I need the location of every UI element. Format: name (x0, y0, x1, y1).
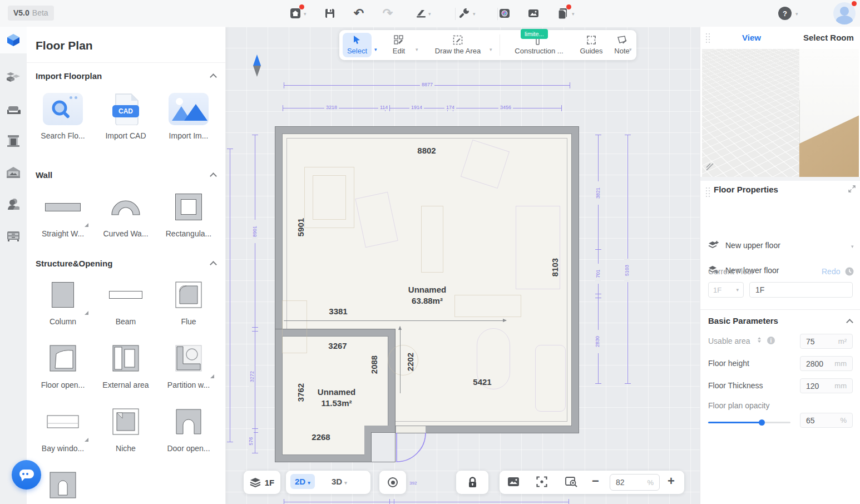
draw-area-caret-icon[interactable]: ▾ (490, 47, 492, 52)
floor-height-field[interactable]: 2800 mm (800, 356, 853, 371)
visibility-toggle[interactable] (379, 471, 406, 494)
rail-tiling-button[interactable] (0, 65, 27, 91)
door-opening[interactable] (396, 426, 426, 433)
small-room-step-cut (364, 426, 395, 462)
tab-view[interactable]: View (742, 33, 761, 42)
note-caret-icon[interactable]: ▾ (629, 47, 632, 52)
sort-toggle-icon[interactable] (758, 337, 761, 343)
rail-furniture-button[interactable] (0, 97, 27, 124)
rail-people-button[interactable] (0, 191, 27, 218)
edit-caret-icon[interactable]: ▾ (416, 47, 418, 52)
mode-2d-button[interactable]: 2D ▾ (290, 474, 315, 489)
help-button[interactable]: ? (778, 6, 792, 21)
rail-storage-button[interactable] (0, 223, 27, 249)
item-niche[interactable]: Niche (97, 404, 155, 453)
door-opening-icon (175, 408, 202, 435)
rail-hard-decoration-button[interactable] (0, 159, 27, 186)
item-beam[interactable]: Beam (97, 277, 155, 326)
tools-caret-icon[interactable]: ▾ (473, 11, 476, 17)
home-button[interactable] (288, 6, 303, 21)
documents-caret-icon[interactable]: ▾ (572, 11, 575, 17)
item-rectangular-wall[interactable]: Rectangula... (160, 189, 218, 238)
room-label-small[interactable]: Unnamed 11.53m² (292, 387, 381, 408)
dim-inner-width: 3381 (313, 307, 363, 316)
opacity-field[interactable]: 65 % (800, 413, 853, 428)
guides-tool[interactable]: Guides (574, 33, 609, 55)
home-caret-icon[interactable]: ▾ (304, 11, 307, 17)
expand-panel-icon[interactable] (848, 185, 856, 192)
info-icon[interactable]: i (767, 337, 775, 344)
render-gallery-button[interactable] (526, 6, 541, 21)
item-column[interactable]: Column (34, 277, 92, 326)
select-tool[interactable]: Select (343, 33, 372, 57)
item-floor-opening[interactable]: Floor open... (34, 340, 92, 389)
zoom-region-button[interactable] (565, 476, 577, 490)
tab-select-room[interactable]: Select Room (803, 33, 854, 42)
history-clock-icon[interactable] (845, 267, 854, 276)
floorplan-app: { "version": { "v": "V5.0", "beta": "Bet… (0, 0, 860, 504)
floorplan-canvas[interactable]: 8877 3218 114 1914 174 3456 8901 3272 57… (225, 27, 700, 504)
item-external-area[interactable]: External area (97, 340, 155, 389)
undo-button[interactable]: ↶ (352, 6, 366, 21)
room-label-main[interactable]: Unnamed 63.88m² (380, 284, 475, 306)
documents-button[interactable] (555, 6, 570, 21)
3d-preview[interactable] (702, 49, 859, 177)
collapse-icon-import[interactable] (210, 73, 217, 81)
item-import-cad[interactable]: CAD Import CAD (97, 91, 155, 140)
opacity-slider[interactable] (708, 419, 790, 426)
draw-area-tool[interactable]: Draw the Area (427, 33, 488, 55)
floor-switcher[interactable]: 1F (244, 471, 280, 494)
collapse-icon-structure[interactable] (210, 261, 217, 268)
import-image-icon (169, 93, 209, 125)
dim-main-left: 5901 (296, 211, 305, 244)
floor-name-input[interactable] (749, 282, 853, 298)
item-bay-window[interactable]: Bay windo... (34, 404, 92, 453)
left-icon-rail (0, 27, 27, 504)
rail-doors-windows-button[interactable] (0, 127, 27, 154)
collapse-icon-wall[interactable] (210, 172, 217, 180)
collapse-icon-basic-params[interactable] (846, 319, 853, 326)
item-partial-next[interactable] (34, 467, 92, 503)
tools-button[interactable] (457, 6, 472, 21)
chat-support-button[interactable] (12, 460, 41, 490)
floor-thickness-field[interactable]: 120 mm (800, 378, 853, 393)
zoom-out-button[interactable]: − (592, 474, 599, 488)
new-upper-floor-button[interactable]: New upper floor (708, 240, 780, 250)
redo-link[interactable]: Redo (822, 267, 840, 276)
zoom-level-field[interactable]: 82 % (610, 474, 660, 491)
zoom-in-button[interactable]: + (668, 474, 675, 488)
item-door-opening[interactable]: Door open... (160, 404, 218, 453)
redo-button[interactable]: ↷ (380, 6, 395, 21)
floor-label: 1F (265, 478, 275, 487)
item-search-floorplan[interactable]: Search Flo... (34, 91, 92, 140)
select-caret-icon[interactable]: ▾ (374, 47, 377, 52)
chat-icon (19, 470, 34, 478)
zoom-value: 82 (616, 478, 625, 487)
panel-drag-handle[interactable] (706, 33, 710, 43)
help-caret-icon[interactable]: ▾ (795, 11, 798, 17)
item-import-image[interactable]: Import Im... (160, 91, 218, 140)
eraser-caret-icon[interactable]: ▾ (428, 11, 431, 17)
floor-select[interactable]: 1F ▾ (708, 282, 744, 298)
new-upper-caret-icon[interactable]: ▾ (851, 244, 854, 249)
eraser-button[interactable] (414, 6, 428, 21)
item-straight-wall[interactable]: Straight W... (34, 189, 92, 238)
item-curved-wall[interactable]: Curved Wa... (97, 189, 155, 238)
dim-main-right: 8103 (550, 251, 560, 284)
snapshot-button[interactable] (507, 477, 520, 489)
camera-button[interactable] (497, 6, 512, 21)
item-partition-wall[interactable]: Partition w... (160, 340, 218, 389)
mode-3d-button[interactable]: 3D ▾ (332, 477, 347, 486)
rail-floorplan-button[interactable] (0, 27, 27, 53)
help-icon: ? (778, 7, 792, 20)
save-button[interactable] (323, 6, 337, 21)
edit-tool[interactable]: Edit (385, 33, 413, 55)
usable-area-field[interactable]: 75 m² (800, 334, 853, 349)
lock-toggle[interactable] (456, 471, 488, 494)
preview-resize-icon[interactable] (705, 162, 714, 171)
door-swing-arc (396, 433, 427, 464)
floor-properties-drag-handle[interactable] (706, 187, 710, 197)
opacity-slider-thumb[interactable] (759, 419, 765, 426)
item-flue[interactable]: Flue (160, 277, 218, 326)
center-view-button[interactable] (536, 476, 547, 490)
